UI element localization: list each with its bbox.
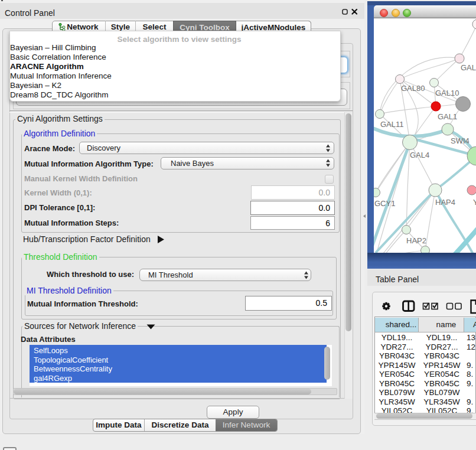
svg-text:GAL80: GAL80 (401, 84, 425, 93)
svg-text:GAL1: GAL1 (438, 112, 457, 121)
svg-text:GAL8: GAL8 (461, 63, 476, 72)
svg-text:HAP4: HAP4 (435, 198, 455, 207)
svg-text:HAP2: HAP2 (406, 236, 426, 245)
svg-text:GAL4: GAL4 (410, 151, 429, 159)
svg-text:GAL11: GAL11 (380, 120, 404, 129)
svg-text:SWI4: SWI4 (451, 136, 470, 145)
svg-text:GAL10: GAL10 (435, 89, 459, 97)
svg-text:GCY1: GCY1 (374, 199, 395, 208)
svg-text:Y: Y (473, 198, 476, 207)
